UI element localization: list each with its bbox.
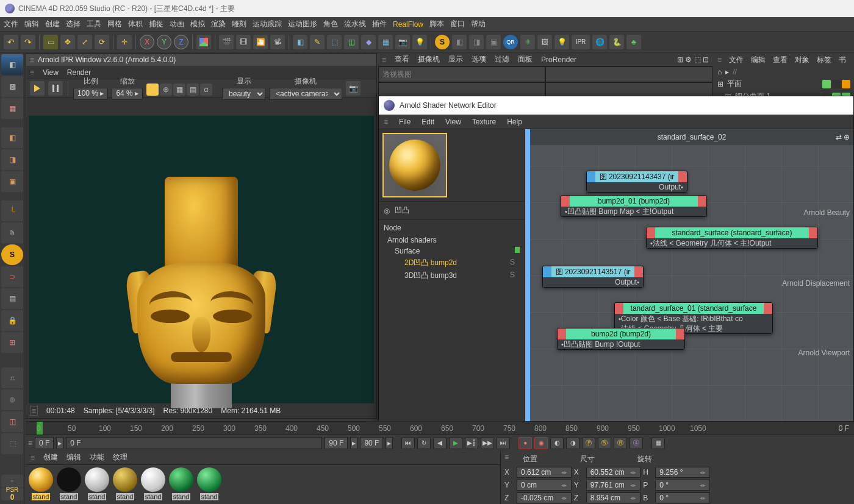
prim-cube-button[interactable]: ◧	[293, 35, 307, 49]
render-region-button[interactable]: 🎞	[236, 35, 251, 49]
prim-generator-button[interactable]: ◫	[344, 35, 359, 49]
material-3[interactable]: stand	[112, 467, 138, 500]
menu-10[interactable]: 渲染	[211, 19, 226, 29]
node-standard-surface[interactable]: standard_surface (standard_surface) • 法线…	[646, 227, 818, 249]
plugin-cube3-button[interactable]: ▣	[486, 35, 501, 49]
om-menu-1[interactable]: 编辑	[751, 55, 766, 65]
ipr-camera-select[interactable]: <active camera>	[269, 88, 342, 100]
plugin-py-button[interactable]: 🐍	[609, 35, 624, 49]
sh-menu-3[interactable]: Texture	[472, 118, 496, 126]
record-button[interactable]: ●	[518, 437, 532, 449]
plugin-globe-button[interactable]: 🌐	[592, 35, 607, 49]
shader-graph[interactable]: standard_surface_02⇄ ⊕ Arnold Beauty Arn…	[525, 129, 853, 424]
pos-Y[interactable]: 0 cm◂▸	[517, 480, 572, 491]
key-sel-button[interactable]: ◐	[550, 437, 564, 449]
move-tool[interactable]: ✥	[60, 35, 75, 49]
matmenu-1[interactable]: 编辑	[66, 452, 81, 463]
menu-8[interactable]: 动画	[170, 19, 184, 29]
lock-button[interactable]: 🔒	[1, 310, 23, 331]
plugin-img-button[interactable]: 🖼	[537, 35, 552, 49]
vp-menu-1[interactable]: 摄像机	[418, 54, 440, 65]
magnet-button[interactable]: ⊃	[1, 266, 23, 287]
rot-Y[interactable]: 0 °◂▸	[655, 480, 710, 491]
plugin-s-button[interactable]: S	[435, 35, 450, 49]
sh-menu-0[interactable]: File	[399, 118, 411, 126]
viewport-cell-perspective[interactable]: 透视视图	[378, 66, 545, 82]
timeline-ruler[interactable]: 0 F 050100150200250300350400450500550600…	[26, 421, 854, 435]
axis-x-button[interactable]: X	[140, 35, 154, 49]
node-bump2d[interactable]: bump2d (bump2d) • 凹凸贴图 Bump !Output	[557, 328, 685, 350]
vp-menu-3[interactable]: 选项	[472, 54, 486, 65]
om-menu-3[interactable]: 对象	[795, 55, 809, 65]
menu-14[interactable]: 角色	[323, 19, 338, 29]
om-menu-4[interactable]: 标签	[817, 55, 831, 65]
rot-X[interactable]: 9.256 °◂▸	[655, 467, 710, 478]
menu-5[interactable]: 网格	[107, 19, 122, 29]
vp-menu-6[interactable]: ProRender	[541, 55, 576, 64]
key-rot-button[interactable]: Ⓡ	[614, 437, 627, 449]
cube3-button[interactable]: ▣	[1, 171, 23, 192]
rot-Z[interactable]: 0 °◂▸	[655, 492, 710, 503]
size-X[interactable]: 60.552 cm◂▸	[586, 467, 641, 478]
plugin-mol-button[interactable]: ⚛	[520, 35, 535, 49]
cube-create-button[interactable]: ◧	[1, 127, 23, 148]
shader-preview[interactable]	[382, 133, 447, 197]
ipr-display-select[interactable]: beauty	[222, 88, 265, 100]
frame-total-field[interactable]: 90 F	[360, 437, 383, 449]
frame-start-field[interactable]: 0 F	[35, 437, 54, 449]
pos-Z[interactable]: -0.025 cm◂▸	[517, 492, 572, 503]
misc1-button[interactable]: ⎌	[1, 367, 23, 388]
menu-13[interactable]: 运动图形	[288, 19, 317, 29]
layout-button[interactable]: ▦	[651, 437, 665, 449]
vp-menu-4[interactable]: 过滤	[495, 54, 509, 65]
menu-7[interactable]: 捕捉	[149, 19, 163, 29]
pos-X[interactable]: 0.612 cm◂▸	[517, 467, 572, 478]
frame-start-spin[interactable]: ▸	[56, 437, 63, 449]
ipr-menu-render[interactable]: Render	[67, 68, 91, 77]
plugin-clover-button[interactable]: ♣	[626, 35, 641, 49]
frame-end-spin[interactable]: ▸	[350, 437, 357, 449]
node-bump2d-01[interactable]: bump2d_01 (bump2d) • 凹凸贴图 Bump Map < 主!O…	[561, 195, 707, 217]
menu-18[interactable]: 脚本	[429, 19, 444, 29]
misc4-button[interactable]: ⬚	[1, 433, 23, 454]
plugin-cube2-button[interactable]: ◨	[469, 35, 484, 49]
ipr-zoom-field[interactable]: 64 % ▸	[112, 88, 143, 100]
menu-11[interactable]: 雕刻	[232, 19, 246, 29]
plugin-qr-button[interactable]: QR	[503, 35, 518, 49]
node-image-2[interactable]: 图 20230921143517 (ir Output •	[542, 266, 644, 288]
menu-6[interactable]: 体积	[128, 19, 143, 29]
misc3-button[interactable]: ◫	[1, 411, 23, 432]
menu-3[interactable]: 选择	[66, 19, 81, 29]
ipr-play-button[interactable]	[30, 81, 45, 96]
axis-button[interactable]: └	[1, 201, 23, 221]
ipr-menu-view[interactable]: View	[43, 68, 59, 77]
select-tool[interactable]: ▭	[43, 35, 58, 49]
prim-light-button[interactable]: 💡	[412, 35, 427, 49]
frame-end-field[interactable]: 90 F	[325, 437, 348, 449]
step-fwd-button[interactable]: ▶┇	[465, 437, 478, 449]
ipr-shade4-button[interactable]: ▤	[187, 83, 199, 96]
target-icon[interactable]: ◎	[384, 207, 390, 215]
ipr-title-bar[interactable]: ≡ Arnold IPR Window v2.6.0 (Arnold 5.4.0…	[26, 54, 376, 66]
sh-menu-1[interactable]: Edit	[422, 118, 434, 126]
size-Y[interactable]: 97.761 cm◂▸	[586, 480, 641, 491]
loop-button[interactable]: ↻	[417, 437, 431, 449]
tree-arnold-shaders[interactable]: Arnold shaders	[384, 235, 520, 246]
om-menu-5[interactable]: 书	[839, 55, 846, 65]
ipr-shade2-button[interactable]: ⊕	[160, 83, 172, 96]
material-5[interactable]: stand	[168, 467, 194, 500]
frame-slider[interactable]: 0 F	[66, 437, 322, 449]
menu-4[interactable]: 工具	[87, 19, 101, 29]
tree-bump2d[interactable]: 2D凹凸 bump2dS	[384, 257, 520, 269]
redo-button[interactable]: ↷	[21, 35, 35, 49]
render-button[interactable]: 🎬	[219, 35, 234, 49]
matmenu-2[interactable]: 功能	[90, 452, 104, 463]
coord-sys-button[interactable]	[196, 35, 211, 49]
axis-y-button[interactable]: Y	[157, 35, 171, 49]
step-back-button[interactable]: ◀	[433, 437, 447, 449]
prim-cam-button[interactable]: 📷	[395, 35, 410, 49]
prim-deformer-button[interactable]: ◆	[361, 35, 376, 49]
tex-mode-button[interactable]: ▩	[1, 76, 23, 97]
frame-total-spin[interactable]: ▸	[386, 437, 393, 449]
render-queue-button[interactable]: 📽	[270, 35, 285, 49]
